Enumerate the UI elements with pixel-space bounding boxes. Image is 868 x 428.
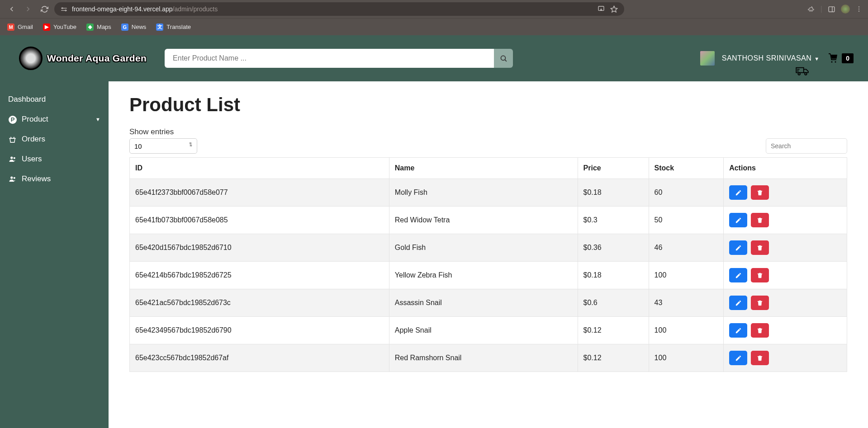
delivery-icon[interactable] xyxy=(796,66,809,76)
main-content: Product List Show entries 10 IDNamePrice… xyxy=(109,81,868,428)
cell-id: 65e423cc567bdc19852d67af xyxy=(130,344,389,372)
table-row: 65e420d1567bdc19852d6710Gold Fish$0.3646 xyxy=(130,234,847,262)
sidebar-label: Product xyxy=(22,115,48,124)
delete-button[interactable] xyxy=(751,268,769,282)
product-search-input[interactable] xyxy=(165,49,494,68)
trash-icon xyxy=(757,300,763,306)
user-avatar[interactable] xyxy=(700,51,715,66)
edit-button[interactable] xyxy=(729,323,747,338)
col-actions: Actions xyxy=(724,158,847,179)
edit-button[interactable] xyxy=(729,213,747,227)
forward-button[interactable] xyxy=(22,3,34,15)
products-table: IDNamePriceStockActions 65e41f2373bbf006… xyxy=(129,157,847,372)
profile-avatar[interactable] xyxy=(841,5,850,14)
cell-stock: 60 xyxy=(649,179,724,207)
delete-button[interactable] xyxy=(751,213,769,227)
install-icon[interactable] xyxy=(598,5,605,13)
search-button[interactable] xyxy=(494,49,513,68)
basket-icon xyxy=(8,135,17,144)
table-row: 65e41fb073bbf0067d58e085Red Widow Tetra$… xyxy=(130,207,847,234)
svg-point-15 xyxy=(805,73,807,75)
svg-point-9 xyxy=(501,56,505,60)
cell-stock: 100 xyxy=(649,317,724,344)
svg-point-0 xyxy=(62,7,63,9)
svg-point-8 xyxy=(859,11,859,12)
svg-point-7 xyxy=(859,9,859,9)
cart-button[interactable]: 0 xyxy=(826,53,854,64)
cell-stock: 100 xyxy=(649,344,724,372)
browser-toolbar: frontend-omega-eight-94.vercel.app/admin… xyxy=(0,0,868,18)
chevron-down-icon: ▼ xyxy=(814,56,819,61)
entries-select[interactable]: 10 xyxy=(129,138,197,154)
sidebar-item-product[interactable]: PProduct▼ xyxy=(0,109,109,129)
delete-button[interactable] xyxy=(751,296,769,310)
pencil-icon xyxy=(735,245,742,251)
col-price: Price xyxy=(578,158,649,179)
cell-name: Gold Fish xyxy=(389,234,578,262)
user-menu[interactable]: SANTHOSH SRINIVASAN▼ xyxy=(722,54,819,62)
svg-point-6 xyxy=(859,6,859,7)
cell-name: Assassin Snail xyxy=(389,289,578,317)
table-row: 65e4214b567bdc19852d6725Yellow Zebra Fis… xyxy=(130,262,847,289)
edit-button[interactable] xyxy=(729,268,747,282)
cell-id: 65e420d1567bdc19852d6710 xyxy=(130,234,389,262)
svg-point-18 xyxy=(10,176,13,179)
delete-button[interactable] xyxy=(751,240,769,255)
reload-button[interactable] xyxy=(38,3,51,15)
sidebar-item-orders[interactable]: Orders xyxy=(0,129,109,149)
delete-button[interactable] xyxy=(751,351,769,365)
app-header: Wonder Aqua Garden SANTHOSH SRINIVASAN▼ … xyxy=(0,35,868,81)
brand-name: Wonder Aqua Garden xyxy=(47,53,147,64)
cell-id: 65e421ac567bdc19852d673c xyxy=(130,289,389,317)
svg-point-1 xyxy=(65,9,66,11)
page-title: Product List xyxy=(129,94,847,116)
search-icon xyxy=(500,55,508,62)
edit-button[interactable] xyxy=(729,296,747,310)
col-id: ID xyxy=(130,158,389,179)
cell-name: Red Ramshorn Snail xyxy=(389,344,578,372)
svg-marker-3 xyxy=(611,6,617,12)
menu-dots-icon[interactable] xyxy=(855,5,863,13)
cell-name: Red Widow Tetra xyxy=(389,207,578,234)
panel-icon[interactable] xyxy=(828,5,835,13)
svg-point-11 xyxy=(831,61,833,62)
cell-name: Apple Snail xyxy=(389,317,578,344)
table-search-input[interactable] xyxy=(766,138,847,154)
brand-logo[interactable]: Wonder Aqua Garden xyxy=(19,47,147,70)
edit-button[interactable] xyxy=(729,351,747,365)
sidebar: DashboardPProduct▼OrdersUsersReviews xyxy=(0,81,109,428)
users-icon xyxy=(8,175,17,183)
bookmark-news[interactable]: GNews xyxy=(121,24,147,31)
trash-icon xyxy=(757,355,763,362)
sidebar-item-reviews[interactable]: Reviews xyxy=(0,169,109,189)
delete-button[interactable] xyxy=(751,185,769,200)
cart-icon xyxy=(826,53,840,64)
bookmark-youtube[interactable]: ▶YouTube xyxy=(43,24,76,31)
cell-id: 65e41fb073bbf0067d58e085 xyxy=(130,207,389,234)
sidebar-label: Orders xyxy=(22,135,45,144)
sidebar-item-dashboard[interactable]: Dashboard xyxy=(0,89,109,109)
svg-line-10 xyxy=(505,60,507,61)
edit-button[interactable] xyxy=(729,185,747,200)
product-icon: P xyxy=(8,115,17,124)
trash-icon xyxy=(757,189,763,196)
bookmark-maps[interactable]: ◆Maps xyxy=(86,24,111,31)
users-icon xyxy=(8,155,17,163)
extensions-icon[interactable] xyxy=(807,5,815,13)
url-path: /admin/products xyxy=(173,5,218,13)
address-bar[interactable]: frontend-omega-eight-94.vercel.app/admin… xyxy=(54,2,624,16)
sidebar-item-users[interactable]: Users xyxy=(0,149,109,169)
pencil-icon xyxy=(735,217,742,224)
cell-price: $0.12 xyxy=(578,317,649,344)
pencil-icon xyxy=(735,189,742,196)
delete-button[interactable] xyxy=(751,323,769,338)
edit-button[interactable] xyxy=(729,240,747,255)
bookmark-star-icon[interactable] xyxy=(610,5,618,13)
back-button[interactable] xyxy=(5,3,18,15)
bookmark-translate[interactable]: 文Translate xyxy=(156,24,191,31)
cell-id: 65e4214b567bdc19852d6725 xyxy=(130,262,389,289)
sidebar-label: Dashboard xyxy=(8,95,46,104)
entries-label: Show entries xyxy=(129,127,197,136)
bookmark-gmail[interactable]: MGmail xyxy=(7,24,33,31)
pencil-icon xyxy=(735,300,742,306)
